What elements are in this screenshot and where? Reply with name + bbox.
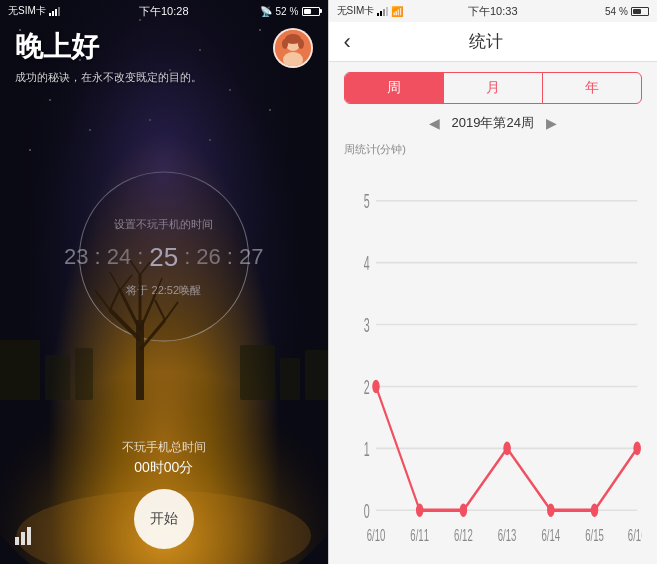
right-panel: 无SIM卡 📶 下午10:33 54 % ‹ 统计 周 月 年 [329,0,658,564]
tab-month[interactable]: 月 [443,73,543,103]
left-status-right: 📡 52 % [260,6,319,17]
svg-text:6/12: 6/12 [454,525,473,545]
wifi-icon: 📡 [260,6,272,17]
svg-text:6/14: 6/14 [541,525,560,545]
bottom-section: 不玩手机总时间 00时00分 开始 [0,439,328,564]
time-27: 27 [239,244,263,270]
svg-text:0: 0 [363,501,369,522]
svg-point-59 [590,504,597,518]
total-time: 00时00分 [134,459,193,477]
circle-label: 设置不玩手机的时间 [114,216,213,231]
chart-svg: 5 4 3 2 1 0 6/10 6/11 6/12 6/13 6/14 6/1… [344,162,643,549]
time-26: 26 [196,244,220,270]
svg-text:6/10: 6/10 [366,525,385,545]
avatar[interactable] [273,28,313,68]
sep3: : [184,244,190,270]
svg-rect-32 [15,537,19,545]
avatar-icon [275,30,311,66]
battery-unit: % [290,6,299,17]
left-status-left: 无SIM卡 [8,4,60,18]
back-button[interactable]: ‹ [344,31,351,53]
tab-week[interactable]: 周 [345,73,443,103]
time-circle[interactable]: 设置不玩手机的时间 23 : 24 : 25 : 26 : 27 将于 22:5… [79,172,249,342]
week-nav: ◀ 2019年第24周 ▶ [329,114,658,132]
chart-area: 周统计(分钟) 5 4 3 2 1 0 [329,137,658,564]
svg-text:1: 1 [363,439,369,460]
time-25-active: 25 [149,241,178,272]
nav-title: 统计 [469,30,503,53]
svg-text:2: 2 [363,377,369,398]
svg-point-55 [415,504,422,518]
sep1: : [95,244,101,270]
right-wifi-icon: 📶 [391,6,403,17]
right-signal-icon [377,6,388,16]
time-23: 23 [64,244,88,270]
chart-y-label: 周统计(分钟) [344,142,643,157]
right-nav: ‹ 统计 [329,22,658,62]
svg-rect-34 [27,527,31,545]
svg-point-60 [633,442,640,456]
greeting-block: 晚上好 成功的秘诀，在永不改变既定的目的。 [15,28,202,85]
tab-year[interactable]: 年 [543,73,641,103]
time-24: 24 [107,244,131,270]
right-time-display: 下午10:33 [468,4,518,19]
right-battery-pct: 54 [605,6,616,17]
right-status-bar: 无SIM卡 📶 下午10:33 54 % [329,0,658,22]
signal-icon [49,6,60,16]
svg-text:5: 5 [363,191,369,212]
right-battery-unit: % [619,6,628,17]
stats-icon[interactable] [15,527,37,549]
right-status-left: 无SIM卡 📶 [337,4,404,18]
battery-pct-label: 52 [275,6,286,17]
time-display: 下午10:28 [139,4,189,19]
carrier-label: 无SIM卡 [8,4,46,18]
svg-text:6/15: 6/15 [585,525,604,545]
sep4: : [227,244,233,270]
svg-point-57 [503,442,510,456]
wake-text: 将于 22:52唤醒 [126,282,201,297]
greeting-title: 晚上好 [15,28,202,66]
chart-wrapper: 5 4 3 2 1 0 6/10 6/11 6/12 6/13 6/14 6/1… [344,162,643,549]
week-label: 2019年第24周 [452,114,534,132]
left-panel: 无SIM卡 下午10:28 📡 52 % 晚上好 成功的秘诀，在永不改变既定的目… [0,0,328,564]
greeting-subtitle: 成功的秘诀，在永不改变既定的目的。 [15,70,202,85]
svg-rect-33 [21,532,25,545]
svg-point-56 [459,504,466,518]
tabs-bar: 周 月 年 [344,72,643,104]
battery-icon [302,7,320,16]
prev-week-button[interactable]: ◀ [429,115,440,131]
svg-point-54 [372,380,379,394]
total-label: 不玩手机总时间 [122,439,206,456]
right-battery-icon [631,7,649,16]
svg-point-58 [547,504,554,518]
svg-text:6/13: 6/13 [497,525,516,545]
svg-text:6/16: 6/16 [627,525,642,545]
sep2: : [137,244,143,270]
svg-text:4: 4 [363,253,369,274]
start-button[interactable]: 开始 [134,489,194,549]
svg-text:3: 3 [363,315,369,336]
svg-text:6/11: 6/11 [410,525,429,545]
time-row: 23 : 24 : 25 : 26 : 27 [64,241,263,272]
right-status-right: 54 % [605,6,649,17]
svg-point-31 [298,39,304,49]
left-status-bar: 无SIM卡 下午10:28 📡 52 % [0,0,328,22]
next-week-button[interactable]: ▶ [546,115,557,131]
svg-point-30 [282,39,288,49]
right-carrier: 无SIM卡 [337,4,375,18]
